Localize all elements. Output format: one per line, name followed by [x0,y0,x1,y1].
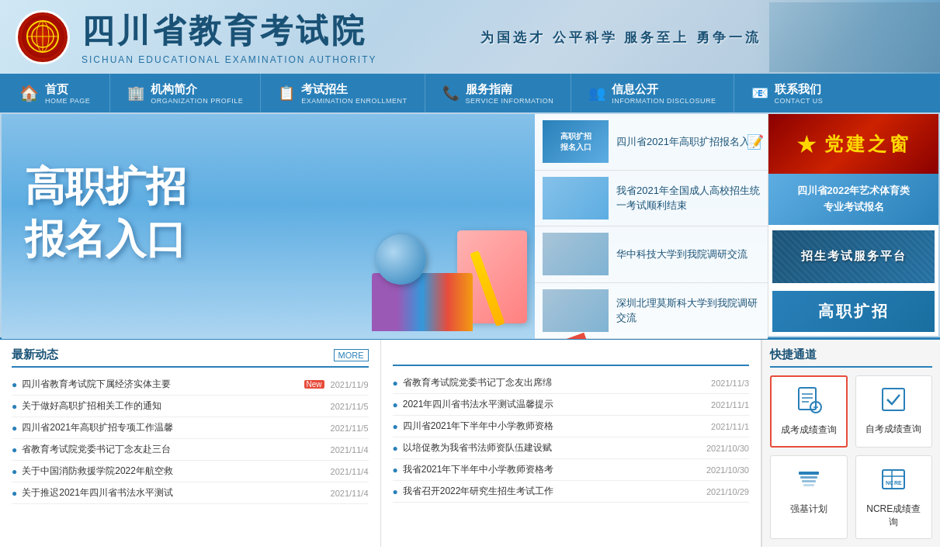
nav-service[interactable]: 📞 服务指南 SERVICE INFORMATION [425,74,572,112]
news-item-3[interactable]: ● 省教育考试院党委书记丁念友赴三台 2021/11/4 [12,439,369,461]
news-right-item-1[interactable]: ● 2021年四川省书法水平测试温馨提示 2021/11/1 [393,394,750,416]
quick-label-2: 强基计划 [790,503,827,516]
quick-item-0[interactable]: 成考成绩查询 [770,375,848,448]
gaozhi-label: 高职扩招 [818,301,890,322]
header-image [754,0,940,74]
quick-item-2[interactable]: 强基计划 [770,455,848,539]
gaozhi-link[interactable]: 高职扩招 [772,291,935,332]
svg-rect-5 [799,388,816,410]
exam-icon: 📋 [278,85,295,102]
svg-rect-15 [802,480,816,482]
title-block: 四川省教育考试院 SICHUAN EDUCATIONAL EXAMINATION… [82,9,376,65]
quick-label-0: 成考成绩查询 [781,423,837,437]
news-more-btn[interactable]: MORE [334,349,369,361]
banner-img-1 [543,177,609,220]
party-window-banner[interactable]: ★ 党建之窗 [768,114,938,174]
arrow-decoration [570,335,589,339]
art-exam-label: 四川省2022年艺术体育类专业考试报名 [797,185,911,213]
quick-item-1[interactable]: 自考成绩查询 [855,375,933,448]
news-right-header [393,347,750,366]
nav-exam[interactable]: 📋 考试招生 EXAMINATION ENROLLMENT [261,74,425,112]
svg-rect-16 [803,484,814,486]
quick-label-3: NCRE成绩查询 [862,503,926,529]
contact-icon: 📧 [751,85,768,102]
content-area: 高职扩招 报名入口 高职扩招报名入口 📝 [0,112,940,547]
svg-text:NC: NC [886,480,893,486]
header-motto: 为国选才 公平科学 服务至上 勇争一流 [480,28,761,46]
news-right-item-3[interactable]: ● 以培促教为我省书法师资队伍建设赋 2021/10/30 [393,437,750,459]
service-platform-label: 招生考试服务平台 [801,249,907,264]
quick-icon-3: NC RE [879,465,907,499]
quick-access-title: 快捷通道 [770,347,932,368]
art-exam-link[interactable]: 四川省2022年艺术体育类专业考试报名 [768,174,938,226]
deco-books [372,273,473,331]
banner-img-3 [543,289,609,332]
news-right-item-2[interactable]: ● 四川省2021年下半年中小学教师资格 2021/11/1 [393,416,750,437]
nav-info[interactable]: 👥 信息公开 INFORMATION DISCLOSURE [571,74,734,112]
quick-icon-1 [879,385,907,419]
news-right-panel: ● 省教育考试院党委书记丁念友出席绵 2021/11/3 ● 2021年四川省书… [381,340,762,547]
banner-news-2[interactable]: 华中科技大学到我院调研交流 [535,226,768,283]
party-star-icon: ★ [796,130,818,159]
quick-icon-0 [795,386,823,420]
svg-rect-14 [800,476,817,479]
banner-news-1[interactable]: 我省2021年全国成人高校招生统一考试顺利结束 [535,171,768,227]
home-icon: 🏠 [19,84,39,102]
news-item-2[interactable]: ● 四川省2021年高职扩招专项工作温馨 2021/11/5 [12,417,369,439]
news-item-0[interactable]: ● 四川省教育考试院下属经济实体主要 New 2021/11/9 [12,374,369,396]
header: 四川省教育考试院 SICHUAN EDUCATIONAL EXAMINATION… [0,0,940,74]
nav-home[interactable]: 🏠 首页 HOME PAGE [0,74,110,112]
svg-rect-17 [883,470,904,489]
news-left-header: 最新动态 MORE [12,347,369,368]
news-right-item-4[interactable]: ● 我省2021年下半年中小学教师资格考 2021/10/30 [393,459,750,481]
site-title-en: SICHUAN EDUCATIONAL EXAMINATION AUTHORIT… [82,54,376,65]
logo-emblem [16,10,70,64]
banner-headline: 高职扩招 报名入口 [25,161,186,265]
news-right-item-0[interactable]: ● 省教育考试院党委书记丁念友出席绵 2021/11/3 [393,372,750,394]
quick-label-1: 自考成绩查询 [865,423,921,436]
quick-access-grid: 成考成绩查询 自考成绩查询 [770,375,932,539]
service-icon: 📞 [442,85,460,102]
banner-row: 高职扩招 报名入口 高职扩招报名入口 📝 [0,112,940,337]
banner-news-list: 高职扩招报名入口 📝 四川省2021年高职扩招报名入口 我省2021年全国成人高… [535,114,768,339]
news-left-panel: 最新动态 MORE ● 四川省教育考试院下属经济实体主要 New 2021/11… [0,340,381,547]
org-icon: 🏢 [127,85,144,102]
nav-org[interactable]: 🏢 机构简介 ORGANIZATION PROFILE [110,74,261,112]
main-content: 高职扩招 报名入口 高职扩招报名入口 📝 [0,112,940,547]
svg-rect-12 [883,389,904,410]
news-item-4[interactable]: ● 关于中国消防救援学院2022年航空救 2021/11/4 [12,461,369,482]
deco-globe [376,234,426,285]
nav-home-labels: 首页 HOME PAGE [45,82,90,105]
news-right-item-5[interactable]: ● 我省召开2022年研究生招生考试工作 2021/10/29 [393,481,750,503]
banner-img-2 [543,233,609,275]
banner-news-0[interactable]: 高职扩招报名入口 📝 四川省2021年高职扩招报名入口 [535,114,768,171]
site-title-cn: 四川省教育考试院 [82,9,376,53]
news-left-title: 最新动态 [12,347,58,362]
svg-rect-13 [799,472,819,475]
logo-inner [22,16,64,58]
service-platform-link[interactable]: 招生考试服务平台 [772,230,935,283]
news-item-1[interactable]: ● 关于做好高职扩招相关工作的通知 2021/11/5 [12,396,369,417]
quick-icon-2 [795,465,823,499]
nav-contact[interactable]: 📧 联系我们 CONTACT US [734,74,841,112]
banner-line1: 高职扩招 [25,161,186,213]
quick-item-3[interactable]: NC RE NCRE成绩查询 [855,455,933,539]
banner-sidebar: ★ 党建之窗 四川省2022年艺术体育类专业考试报名 招生考试服务平台 高职扩招 [768,114,938,336]
banner-line2: 报名入口 [25,213,186,266]
quick-access-panel: 快捷通道 [761,340,940,547]
main-nav: 🏠 首页 HOME PAGE 🏢 机构简介 ORGANIZATION PROFI… [0,74,940,112]
logo-area: 四川省教育考试院 SICHUAN EDUCATIONAL EXAMINATION… [16,9,376,65]
bottom-row: 最新动态 MORE ● 四川省教育考试院下属经济实体主要 New 2021/11… [0,337,940,547]
svg-text:RE: RE [894,480,902,486]
news-item-5[interactable]: ● 关于推迟2021年四川省书法水平测试 2021/11/4 [12,482,369,504]
party-window-label: 党建之窗 [824,132,911,157]
main-banner[interactable]: 高职扩招 报名入口 高职扩招报名入口 📝 [2,114,768,339]
banner-img-0: 高职扩招报名入口 📝 [543,120,609,163]
info-icon: 👥 [588,85,605,102]
banner-news-3[interactable]: 深圳北理莫斯科大学到我院调研交流 [535,283,768,340]
